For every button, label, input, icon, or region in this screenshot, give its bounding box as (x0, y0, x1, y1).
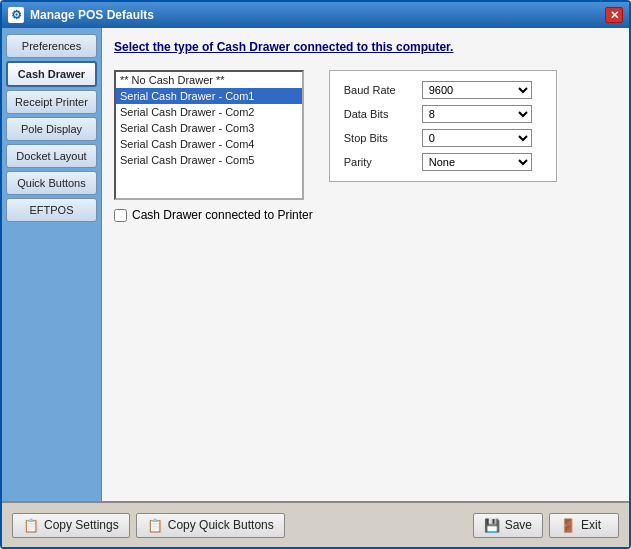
listbox-container: ** No Cash Drawer ** Serial Cash Drawer … (114, 70, 313, 222)
content-title: Select the type of Cash Drawer connected… (114, 40, 617, 54)
exit-button[interactable]: 🚪 Exit (549, 513, 619, 538)
footer: 📋 Copy Settings 📋 Copy Quick Buttons 💾 S… (2, 501, 629, 547)
save-button[interactable]: 💾 Save (473, 513, 543, 538)
main-window: ⚙ Manage POS Defaults ✕ Preferences Cash… (0, 0, 631, 549)
title-bar-left: ⚙ Manage POS Defaults (8, 7, 154, 23)
save-label: Save (505, 518, 532, 532)
cash-drawer-listbox[interactable]: ** No Cash Drawer ** Serial Cash Drawer … (114, 70, 304, 200)
baud-rate-select[interactable]: 9600 (422, 81, 532, 99)
stop-bits-select[interactable]: 0 (422, 129, 532, 147)
list-item[interactable]: Serial Cash Drawer - Com2 (116, 104, 302, 120)
copy-quick-buttons-button[interactable]: 📋 Copy Quick Buttons (136, 513, 285, 538)
list-item[interactable]: Serial Cash Drawer - Com3 (116, 120, 302, 136)
settings-panel: Baud Rate 9600 Data Bits 8 Stop Bits 0 P… (329, 70, 557, 182)
baud-rate-label: Baud Rate (344, 84, 414, 96)
sidebar-item-cash-drawer[interactable]: Cash Drawer (6, 61, 97, 87)
sidebar-item-quick-buttons[interactable]: Quick Buttons (6, 171, 97, 195)
title-bar: ⚙ Manage POS Defaults ✕ (2, 2, 629, 28)
cash-drawer-printer-checkbox[interactable] (114, 209, 127, 222)
save-icon: 💾 (484, 518, 500, 533)
exit-icon: 🚪 (560, 518, 576, 533)
sidebar-item-eftpos[interactable]: EFTPOS (6, 198, 97, 222)
copy-quick-buttons-label: Copy Quick Buttons (168, 518, 274, 532)
copy-quick-buttons-icon: 📋 (147, 518, 163, 533)
list-item[interactable]: Serial Cash Drawer - Com5 (116, 152, 302, 168)
main-row: ** No Cash Drawer ** Serial Cash Drawer … (114, 70, 617, 222)
window-body: Preferences Cash Drawer Receipt Printer … (2, 28, 629, 501)
list-item[interactable]: ** No Cash Drawer ** (116, 72, 302, 88)
exit-label: Exit (581, 518, 601, 532)
window-icon: ⚙ (8, 7, 24, 23)
stop-bits-label: Stop Bits (344, 132, 414, 144)
cash-drawer-printer-label: Cash Drawer connected to Printer (132, 208, 313, 222)
copy-settings-label: Copy Settings (44, 518, 119, 532)
sidebar-item-docket-layout[interactable]: Docket Layout (6, 144, 97, 168)
copy-settings-icon: 📋 (23, 518, 39, 533)
close-button[interactable]: ✕ (605, 7, 623, 23)
checkbox-row: Cash Drawer connected to Printer (114, 208, 313, 222)
sidebar-item-receipt-printer[interactable]: Receipt Printer (6, 90, 97, 114)
sidebar-item-preferences[interactable]: Preferences (6, 34, 97, 58)
data-bits-label: Data Bits (344, 108, 414, 120)
parity-select[interactable]: None (422, 153, 532, 171)
parity-label: Parity (344, 156, 414, 168)
list-item[interactable]: Serial Cash Drawer - Com4 (116, 136, 302, 152)
content-area: Select the type of Cash Drawer connected… (102, 28, 629, 501)
sidebar-item-pole-display[interactable]: Pole Display (6, 117, 97, 141)
data-bits-select[interactable]: 8 (422, 105, 532, 123)
copy-settings-button[interactable]: 📋 Copy Settings (12, 513, 130, 538)
window-title: Manage POS Defaults (30, 8, 154, 22)
sidebar: Preferences Cash Drawer Receipt Printer … (2, 28, 102, 501)
list-item[interactable]: Serial Cash Drawer - Com1 (116, 88, 302, 104)
